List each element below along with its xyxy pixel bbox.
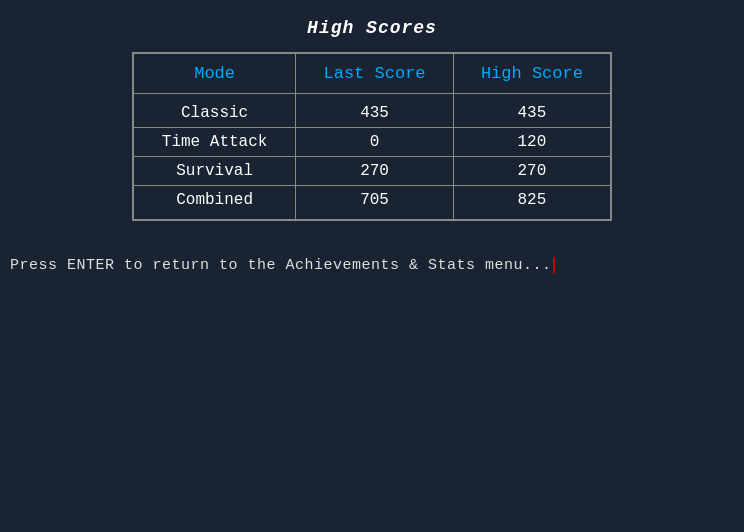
return-prompt: Press ENTER to return to the Achievement… (10, 257, 555, 274)
table-row: Combined705825 (133, 186, 611, 221)
score-table: Mode Last Score High Score Classic435435… (132, 52, 612, 221)
cell-high-score: 270 (453, 157, 611, 186)
cell-high-score: 825 (453, 186, 611, 221)
table-row: Survival270270 (133, 157, 611, 186)
cell-last-score: 705 (296, 186, 454, 221)
table-row: Time Attack0120 (133, 128, 611, 157)
table-row: Classic435435 (133, 94, 611, 128)
column-header-mode: Mode (133, 53, 296, 94)
cell-mode: Classic (133, 94, 296, 128)
cell-last-score: 270 (296, 157, 454, 186)
page-title: High Scores (307, 18, 437, 38)
column-header-last-score: Last Score (296, 53, 454, 94)
cell-high-score: 435 (453, 94, 611, 128)
cell-last-score: 0 (296, 128, 454, 157)
cell-mode: Combined (133, 186, 296, 221)
cell-mode: Time Attack (133, 128, 296, 157)
cell-last-score: 435 (296, 94, 454, 128)
text-cursor (553, 257, 555, 273)
cell-mode: Survival (133, 157, 296, 186)
cell-high-score: 120 (453, 128, 611, 157)
column-header-high-score: High Score (453, 53, 611, 94)
